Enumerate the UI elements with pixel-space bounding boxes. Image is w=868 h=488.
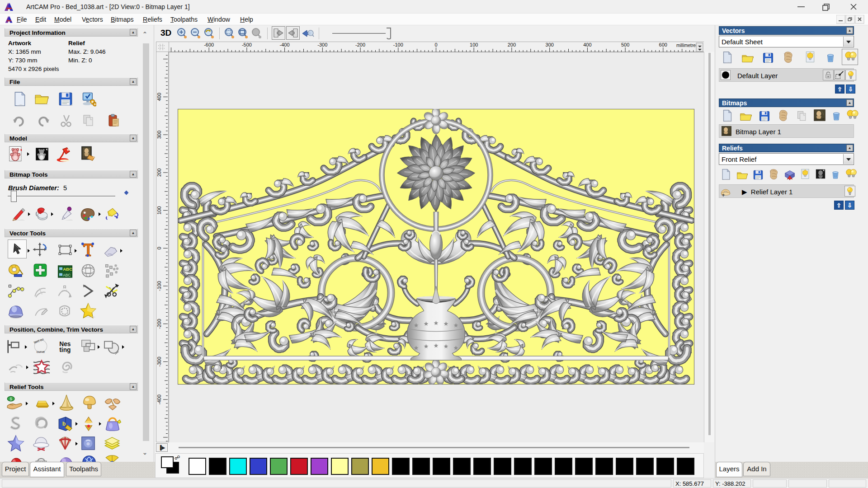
svg-text:100: 100 [470,42,478,47]
svg-text:300: 300 [156,131,162,139]
svg-text:-100: -100 [156,281,162,291]
svg-text:ABC: ABC [63,273,71,277]
svg-text:0: 0 [156,247,162,249]
svg-text:-400: -400 [280,42,290,47]
svg-text:-300: -300 [156,357,162,366]
svg-text:200: 200 [156,169,162,177]
svg-text:-100: -100 [393,42,403,47]
svg-text:-300: -300 [317,42,327,47]
svg-text:300: 300 [546,42,554,47]
svg-text:$: $ [10,397,12,401]
svg-text:0: 0 [434,42,437,47]
svg-text:400: 400 [583,42,591,47]
svg-text:-500: -500 [242,42,252,47]
svg-text:millimetres: millimetres [676,43,698,48]
svg-text:500: 500 [621,42,629,47]
svg-text:-600: -600 [204,42,214,47]
svg-text:-200: -200 [355,42,365,47]
svg-text:-200: -200 [156,319,162,329]
svg-text:ABC: ABC [63,267,72,272]
svg-text:ting: ting [59,347,71,353]
svg-text:200: 200 [508,42,516,47]
svg-text:curve: curve [37,350,45,354]
svg-text:text on: text on [33,337,44,344]
svg-text:400: 400 [156,93,162,101]
svg-text:600: 600 [659,42,667,47]
svg-text:b: b [62,421,66,427]
svg-text:100: 100 [156,206,162,214]
svg-text:-400: -400 [156,394,162,404]
